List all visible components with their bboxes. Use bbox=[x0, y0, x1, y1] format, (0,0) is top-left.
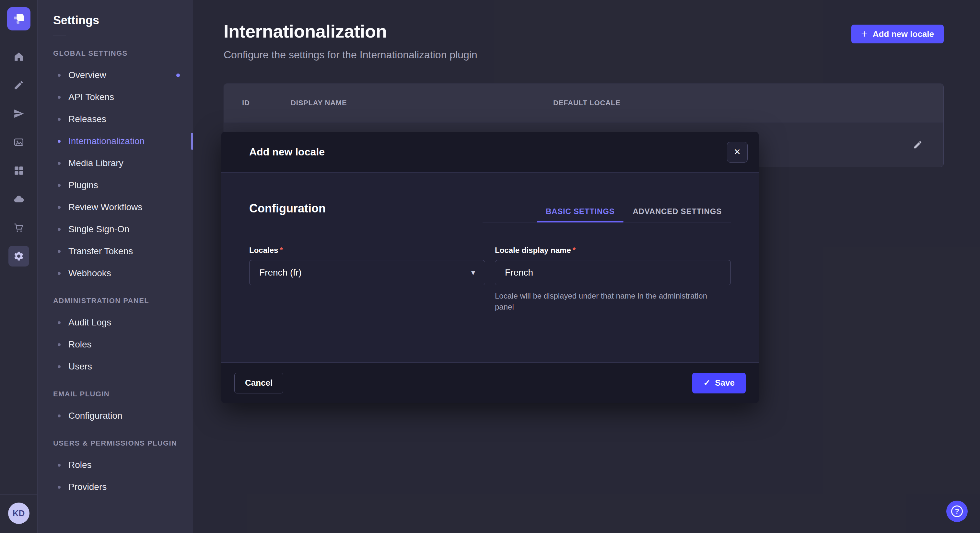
locale-form: Locales* French (fr) ▾ Locale display na… bbox=[249, 246, 731, 312]
display-name-label-text: Locale display name bbox=[495, 246, 571, 255]
modal-header: Add new locale ✕ bbox=[221, 132, 759, 173]
locales-label: Locales* bbox=[249, 246, 485, 255]
configuration-row: Configuration BASIC SETTINGSADVANCED SET… bbox=[249, 201, 731, 222]
close-icon: ✕ bbox=[734, 147, 741, 157]
app-root: { "colors": { "primary": "#4945ff", "pri… bbox=[0, 0, 980, 533]
modal-body: Configuration BASIC SETTINGSADVANCED SET… bbox=[221, 173, 759, 362]
modal-tabs: BASIC SETTINGSADVANCED SETTINGS bbox=[482, 201, 731, 222]
cancel-button[interactable]: Cancel bbox=[234, 373, 283, 393]
locales-label-text: Locales bbox=[249, 246, 278, 255]
save-button[interactable]: ✓ Save bbox=[692, 373, 746, 393]
display-name-field: Locale display name* Locale will be disp… bbox=[495, 246, 731, 312]
check-icon: ✓ bbox=[703, 378, 710, 388]
tab-advanced-settings[interactable]: ADVANCED SETTINGS bbox=[624, 201, 731, 222]
locales-field: Locales* French (fr) ▾ bbox=[249, 246, 485, 312]
configuration-title: Configuration bbox=[249, 202, 326, 215]
close-modal-button[interactable]: ✕ bbox=[727, 142, 748, 163]
modal-title: Add new locale bbox=[249, 146, 325, 158]
locales-select[interactable]: French (fr) ▾ bbox=[249, 260, 485, 285]
add-locale-modal: Add new locale ✕ Configuration BASIC SET… bbox=[221, 132, 759, 403]
locales-select-value: French (fr) bbox=[259, 268, 302, 278]
save-button-label: Save bbox=[715, 378, 735, 388]
display-name-input[interactable] bbox=[495, 260, 731, 285]
modal-footer: Cancel ✓ Save bbox=[221, 362, 759, 403]
tab-basic-settings[interactable]: BASIC SETTINGS bbox=[537, 201, 624, 222]
required-asterisk: * bbox=[573, 246, 576, 255]
display-name-label: Locale display name* bbox=[495, 246, 731, 255]
display-name-hint: Locale will be displayed under that name… bbox=[495, 290, 722, 312]
required-asterisk: * bbox=[280, 246, 283, 255]
chevron-down-icon: ▾ bbox=[471, 268, 475, 277]
